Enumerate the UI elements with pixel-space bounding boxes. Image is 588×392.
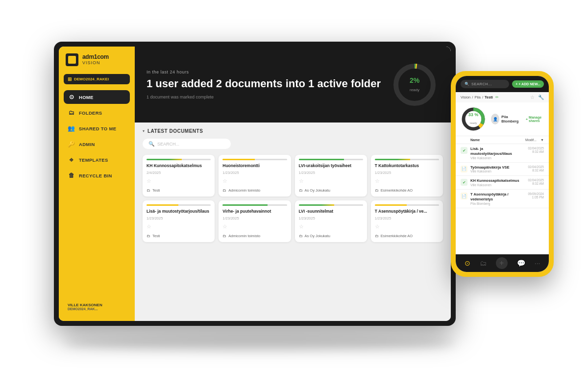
breadcrumb-testi[interactable]: Testi <box>485 95 493 99</box>
project-badge[interactable]: ⊞ DEMO2024_RAKEI <box>64 74 130 84</box>
list-item[interactable]: ✔ Lisä- ja muutostyötarjous/tilaus Ville… <box>456 144 549 163</box>
admin-icon: 🔑 <box>68 141 75 147</box>
doc-date: 1/23/2025 <box>375 216 439 220</box>
recycle-icon: 🗑 <box>68 172 75 179</box>
sidebar-item-folders[interactable]: 🗂 FOLDERS <box>64 106 130 120</box>
star-icon[interactable]: ☆ <box>530 95 535 100</box>
doc-title: KH Kunnossapitokatselmus <box>147 163 211 169</box>
search-icon: 🔍 <box>148 141 154 147</box>
list-item[interactable]: ✔ KH Kunnossapitokatselmus Ville Kaksone… <box>456 176 549 190</box>
doc-folder: 🗀 Admicomin toimisto <box>222 188 287 193</box>
list-item[interactable]: 📄 T Asennuspöytäkirja / vedeneristys Pii… <box>456 190 549 208</box>
footer-messages-icon[interactable]: 💬 <box>517 259 525 267</box>
plus-icon: + <box>515 82 517 86</box>
logo-icon-inner <box>68 56 76 64</box>
sidebar-logo: adm1com VISION <box>64 53 130 66</box>
folders-icon: 🗂 <box>68 109 75 116</box>
breadcrumb-pila[interactable]: Pila <box>474 95 481 99</box>
edit-icon[interactable]: ✏ <box>495 95 499 99</box>
breadcrumb-vision[interactable]: Vision <box>461 95 470 99</box>
phone-stats: 33 % ready 👤 Piia Blomberg + Manage shar… <box>456 102 549 136</box>
footer-add-icon[interactable]: + <box>496 257 508 269</box>
footer-home-icon[interactable]: ⊙ <box>465 259 470 267</box>
hero-note: 1 document was marked complete <box>147 95 390 99</box>
phone-footer: ⊙ 🗂 + 💬 ··· <box>456 254 549 272</box>
sidebar-item-label: SHARED TO ME <box>79 126 116 131</box>
hero-text: In the last 24 hours 1 user added 2 docu… <box>147 70 390 99</box>
list-item[interactable]: 📄 Työmaapäiväkirja VSE Ville Kaksonen 02… <box>456 163 549 176</box>
doc-date: 1/23/2025 <box>222 171 287 175</box>
star-icon[interactable]: ☆ <box>147 178 211 184</box>
doc-date: 2/4/2025 <box>147 171 211 175</box>
user-item[interactable]: VILLE KAKSONEN DEMO2024_RAK... <box>64 299 130 314</box>
doc-title: T Asennuspöytäkirja / ve... <box>375 209 439 214</box>
donut-ready-label: ready <box>410 88 419 92</box>
folder-icon: 🗀 <box>147 234 150 238</box>
folder-icon: 🗀 <box>222 188 226 193</box>
table-row[interactable]: KH Kunnossapitokatselmus 2/4/2025 ☆ 🗀 Te… <box>143 155 215 196</box>
doc-folder: 🗀 Esimerkkikohde AO <box>375 234 439 238</box>
folder-icon: 🗀 <box>375 188 379 193</box>
star-icon[interactable]: ☆ <box>222 178 287 184</box>
star-icon[interactable]: ☆ <box>375 178 439 184</box>
item-user: Ville Kaksonen <box>470 156 525 160</box>
hero-banner: In the last 24 hours 1 user added 2 docu… <box>135 47 451 122</box>
folder-icon: 🗀 <box>147 188 150 193</box>
table-row[interactable]: Virhe- ja puutehavainnot 1/23/2025 ☆ 🗀 A… <box>219 200 291 242</box>
doc-progress-bar <box>222 159 287 160</box>
phone-search-bar[interactable]: 🔍 SEARCH... <box>461 80 509 88</box>
hero-title: 1 user added 2 documents into 1 active f… <box>147 77 390 90</box>
sidebar-item-home[interactable]: ⊙ HOME <box>64 90 130 104</box>
list-col-name: Name <box>470 138 522 142</box>
phone-donut-pct: 33 % <box>468 112 479 117</box>
table-row[interactable]: T Kattokuntotarkastus 1/23/2025 ☆ 🗀 Esim… <box>371 155 443 196</box>
footer-folders-icon[interactable]: 🗂 <box>480 259 487 267</box>
star-icon[interactable]: ☆ <box>147 223 211 230</box>
phone-donut-ready: ready <box>469 122 477 124</box>
phone-add-button[interactable]: + + ADD NEW... <box>512 80 544 88</box>
sort-icon[interactable]: ▼ <box>540 138 544 142</box>
table-row[interactable]: Huoneistoremontti 1/23/2025 ☆ 🗀 Admicomi… <box>219 155 291 196</box>
table-row[interactable]: T Asennuspöytäkirja / ve... 1/23/2025 ☆ … <box>371 200 443 242</box>
sidebar-item-label: HOME <box>79 95 94 100</box>
templates-icon: ⎆ <box>68 156 75 163</box>
footer-more-icon[interactable]: ··· <box>535 259 540 267</box>
star-icon[interactable]: ☆ <box>299 178 363 184</box>
phone-donut: 33 % ready <box>461 106 486 132</box>
star-icon[interactable]: ☆ <box>299 223 363 230</box>
sidebar-item-label: FOLDERS <box>79 110 102 116</box>
table-row[interactable]: LVI -suunnitelmat 1/23/2025 ☆ 🗀 As Oy Jo… <box>295 200 367 242</box>
table-row[interactable]: Lisä- ja muutostyötarjous/tilaus 1/23/20… <box>143 200 215 242</box>
item-user: Ville Kaksonen <box>470 183 525 187</box>
logo-sub: VISION <box>82 61 109 66</box>
main-content: In the last 24 hours 1 user added 2 docu… <box>135 47 451 321</box>
sidebar: adm1com VISION ⊞ DEMO2024_RAKEI ⊙ HOME 🗂 <box>59 47 135 321</box>
doc-folder: 🗀 Esimerkkikohde AO <box>375 188 439 193</box>
doc-date: 1/23/2025 <box>299 171 363 175</box>
wrench-icon[interactable]: 🔧 <box>538 95 544 100</box>
folder-icon: 🗀 <box>222 234 226 238</box>
doc-icon: 📄 <box>461 193 467 199</box>
grid-icon: ⊞ <box>68 76 72 82</box>
folder-icon: 🗀 <box>375 234 379 238</box>
star-icon[interactable]: ☆ <box>222 223 287 230</box>
sidebar-item-templates[interactable]: ⎆ TEMPLATES <box>64 153 130 167</box>
phone: 🔍 SEARCH... + + ADD NEW... Vision / Pila… <box>451 71 554 277</box>
item-content: KH Kunnossapitokatselmus Ville Kaksonen <box>470 178 525 187</box>
search-bar[interactable]: 🔍 SEARCH... <box>143 139 231 149</box>
doc-icon: ✔ <box>461 147 467 154</box>
logo-title: adm1com <box>82 54 109 60</box>
table-row[interactable]: LVI-urakoitsijan työvaiheet 1/23/2025 ☆ … <box>295 155 367 196</box>
manage-shares-button[interactable]: + Manage shares <box>526 116 544 122</box>
section-title: LATEST DOCUMENTS <box>147 128 203 134</box>
donut-percent: 2% <box>410 76 419 84</box>
item-title: T Asennuspöytäkirja / vedeneristys <box>470 192 525 202</box>
phone-breadcrumb: Vision / Pila / Testi ✏ ☆ 🔧 <box>456 92 549 102</box>
doc-date: 1/23/2025 <box>299 216 363 220</box>
sidebar-item-admin[interactable]: 🔑 ADMIN <box>64 137 130 151</box>
doc-progress-bar <box>299 159 363 160</box>
sidebar-item-recycle[interactable]: 🗑 RECYCLE BIN <box>64 169 130 182</box>
star-icon[interactable]: ☆ <box>375 223 439 230</box>
item-user: Ville Kaksonen <box>470 170 525 173</box>
sidebar-item-shared[interactable]: 👥 SHARED TO ME <box>64 122 130 135</box>
